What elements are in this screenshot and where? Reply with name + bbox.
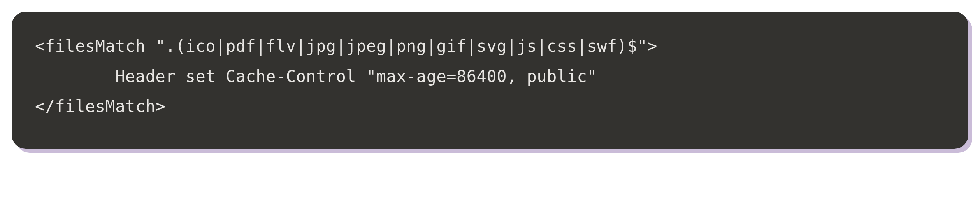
code-line-1: <filesMatch ".(ico|pdf|flv|jpg|jpeg|png|…: [35, 31, 945, 61]
code-line-2: Header set Cache-Control "max-age=86400,…: [35, 61, 945, 92]
code-line-3: </filesMatch>: [35, 91, 945, 122]
code-block: <filesMatch ".(ico|pdf|flv|jpg|jpeg|png|…: [12, 12, 968, 149]
